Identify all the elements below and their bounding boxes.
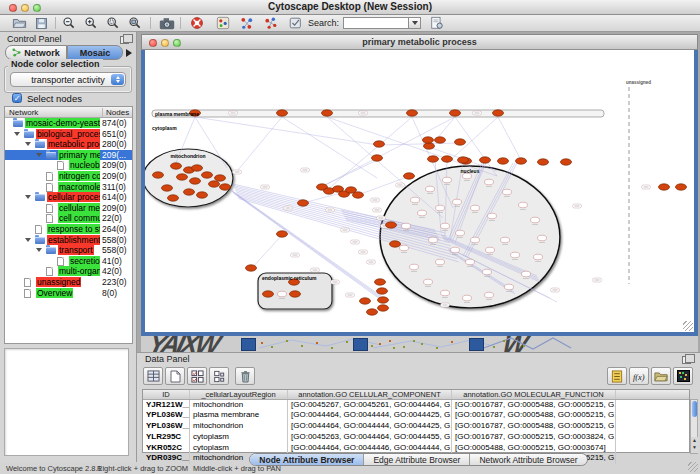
tree-row[interactable]: mosaic-demo-yeast874(0) bbox=[5, 118, 132, 129]
expand-arrow-icon[interactable] bbox=[25, 238, 31, 242]
scrollbar-arrows-icon[interactable]: ▲▼ bbox=[691, 437, 698, 453]
region-label: nucleus bbox=[461, 168, 480, 174]
network-node bbox=[455, 139, 466, 145]
expand-arrow-icon[interactable] bbox=[25, 142, 31, 146]
tree-row-label: cellular process bbox=[47, 192, 100, 202]
window-resize-grip[interactable] bbox=[688, 462, 698, 472]
import-attributes-button[interactable] bbox=[143, 367, 163, 385]
select-node-attributes-button[interactable] bbox=[187, 367, 207, 385]
tab-scroll-right-icon[interactable] bbox=[126, 49, 132, 57]
attribute-list-button[interactable] bbox=[607, 367, 627, 385]
tree-row[interactable]: unassigned223(0) bbox=[5, 277, 132, 288]
table-row[interactable]: YPL036W__2plasma membrane[GO:0044464, GO… bbox=[143, 410, 689, 421]
table-scrollbar[interactable]: ▲▼ bbox=[690, 399, 698, 454]
tab-mosaic[interactable]: Mosaic bbox=[67, 45, 123, 60]
tree-row-label: Overview bbox=[36, 288, 73, 298]
tree-row[interactable]: cell communicat22(0) bbox=[5, 213, 132, 224]
network-node-unselected bbox=[501, 237, 510, 243]
tree-row[interactable]: macromolecule311(0) bbox=[5, 182, 132, 193]
tree-row[interactable]: establishment of lo558(0) bbox=[5, 235, 132, 246]
select-nodes-checkbox[interactable]: ✓ bbox=[12, 93, 22, 103]
tree-column-nodes: Nodes bbox=[102, 108, 129, 117]
zoom-selected-button[interactable] bbox=[104, 15, 122, 31]
network-node-unselected bbox=[466, 259, 475, 265]
zoom-selected-icon bbox=[106, 16, 120, 30]
new-attribute-button[interactable] bbox=[165, 367, 185, 385]
function-builder-button[interactable]: f(x) bbox=[629, 367, 649, 385]
matrix-view-button[interactable] bbox=[673, 367, 693, 385]
tree-row[interactable]: metabolic process280(0) bbox=[5, 139, 132, 150]
search-dropdown-button[interactable] bbox=[409, 17, 421, 29]
scrollbar-thumb[interactable] bbox=[692, 401, 697, 417]
network-desktop: YAIXW W primary metabolic process plasma… bbox=[137, 32, 700, 352]
combobox-stepper-icon[interactable] bbox=[111, 74, 124, 85]
network-canvas[interactable]: plasma membranecytoplasmmitochondrionnuc… bbox=[145, 50, 694, 332]
layout-button-1[interactable] bbox=[238, 15, 256, 31]
tree-row-node-count: 558(0) bbox=[102, 245, 127, 256]
search-input[interactable] bbox=[343, 17, 409, 29]
tab-network[interactable]: Network bbox=[5, 45, 67, 60]
zoom-in-button[interactable] bbox=[82, 15, 100, 31]
tree-row[interactable]: Overview8(0) bbox=[5, 288, 132, 299]
tree-row[interactable]: secretion41(0) bbox=[5, 256, 132, 267]
zoom-out-button[interactable] bbox=[60, 15, 78, 31]
help-button[interactable] bbox=[188, 15, 206, 31]
tree-row[interactable]: cellular metabo209(0) bbox=[5, 203, 132, 214]
network-node bbox=[360, 298, 371, 304]
table-cell: [GO:0045263, GO:0044464, GO:0044455, G..… bbox=[288, 432, 452, 443]
network-node bbox=[538, 159, 549, 165]
zoom-fit-button[interactable] bbox=[126, 15, 144, 31]
network-node bbox=[378, 305, 389, 311]
network-node-unselected bbox=[488, 213, 497, 219]
tree-row[interactable]: nucleobase-209(0) bbox=[5, 160, 132, 171]
open-file-button[interactable] bbox=[10, 15, 28, 31]
network-frame-titlebar[interactable]: primary metabolic process bbox=[141, 34, 698, 50]
tree-row[interactable]: response to stimulu264(0) bbox=[5, 224, 132, 235]
float-panel-icon[interactable] bbox=[120, 36, 129, 44]
network-tree: Network Nodes mosaic-demo-yeast874(0)bio… bbox=[4, 106, 133, 344]
table-row[interactable]: YPL036W__1mitochondrion[GO:0044464, GO:0… bbox=[143, 421, 689, 432]
unselect-attributes-button[interactable] bbox=[209, 367, 229, 385]
network-node bbox=[209, 181, 220, 187]
birdseye-view-panel[interactable] bbox=[4, 348, 129, 456]
tree-row[interactable]: biological_process651(0) bbox=[5, 129, 132, 140]
network-tree-rows: mosaic-demo-yeast874(0)biological_proces… bbox=[5, 118, 132, 298]
float-panel-icon[interactable] bbox=[682, 356, 691, 364]
network-node bbox=[493, 110, 504, 116]
vizmapper-button[interactable] bbox=[214, 15, 232, 31]
import-file-button[interactable] bbox=[651, 367, 671, 385]
delete-attribute-button[interactable] bbox=[235, 367, 255, 385]
frame-resize-grip[interactable] bbox=[683, 321, 693, 331]
tree-row[interactable]: nitrogen compo209(0) bbox=[5, 171, 132, 182]
network-node bbox=[659, 184, 670, 190]
expand-arrow-icon[interactable] bbox=[36, 248, 42, 252]
table-column-header[interactable]: annotation.GO MOLECULAR_FUNCTION bbox=[452, 390, 616, 399]
node-color-combobox[interactable]: transporter activity bbox=[10, 72, 126, 87]
region-label: plasma membrane bbox=[155, 111, 199, 117]
expand-arrow-icon[interactable] bbox=[36, 153, 42, 157]
snapshot-button[interactable] bbox=[158, 15, 176, 31]
table-column-header[interactable]: ID bbox=[143, 390, 190, 399]
advanced-search-button[interactable] bbox=[428, 15, 446, 31]
table-column-header[interactable] bbox=[616, 390, 689, 399]
network-node-unselected bbox=[538, 235, 547, 241]
table-column-header[interactable]: _cellularLayoutRegion bbox=[190, 390, 288, 399]
table-row[interactable]: YKR052Ccytoplasm[GO:0044464, GO:0044446,… bbox=[143, 443, 689, 454]
table-row[interactable]: YLR295Ccytoplasm[GO:0045263, GO:0044464,… bbox=[143, 432, 689, 443]
table-row[interactable]: YJR121W__1mitochondrion[GO:0045267, GO:0… bbox=[143, 400, 689, 411]
network-node bbox=[290, 291, 301, 297]
table-column-header[interactable]: annotation.GO CELLULAR_COMPONENT bbox=[288, 390, 452, 399]
save-button[interactable] bbox=[32, 15, 50, 31]
toolbar-separator bbox=[55, 17, 56, 29]
expand-arrow-icon[interactable] bbox=[14, 132, 20, 136]
expand-arrow-icon[interactable] bbox=[25, 195, 31, 199]
tree-row[interactable]: primary metabo209(... bbox=[5, 150, 132, 161]
tree-row[interactable]: transport558(0) bbox=[5, 245, 132, 256]
layout-button-2[interactable] bbox=[262, 15, 280, 31]
tree-row[interactable]: cellular process614(0) bbox=[5, 192, 132, 203]
tree-row[interactable]: multi-organism pro42(0) bbox=[5, 266, 132, 277]
background-network-window[interactable]: YAIXW W bbox=[141, 336, 698, 352]
main-toolbar: Search: bbox=[0, 15, 700, 32]
folder-icon bbox=[46, 247, 56, 254]
annotation-button[interactable] bbox=[286, 15, 304, 31]
